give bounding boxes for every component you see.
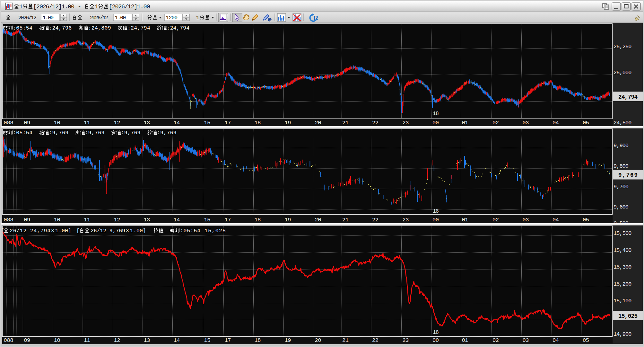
svg-text:03: 03 <box>523 217 529 223</box>
svg-text:14,900: 14,900 <box>614 331 631 337</box>
svg-text:17: 17 <box>225 217 231 223</box>
svg-text:-: - <box>78 4 81 10</box>
svg-text:18: 18 <box>255 337 261 343</box>
svg-text:14: 14 <box>174 337 180 343</box>
svg-text:1.00: 1.00 <box>43 15 54 21</box>
svg-text::05:54: :05:54 <box>13 25 32 31</box>
svg-text:21: 21 <box>342 217 349 223</box>
svg-text:11: 11 <box>84 337 90 343</box>
svg-text:18: 18 <box>255 120 261 126</box>
svg-text::24,796: :24,796 <box>49 25 72 31</box>
svg-text:19: 19 <box>285 217 291 223</box>
svg-text:02: 02 <box>492 337 499 343</box>
svg-text:15: 15 <box>204 217 211 223</box>
svg-text:04: 04 <box>553 337 559 343</box>
svg-text:20: 20 <box>315 217 321 223</box>
svg-text::24,794: :24,794 <box>167 25 189 31</box>
svg-text:[: [ <box>76 228 80 234</box>
svg-text:15: 15 <box>204 120 211 126</box>
svg-text:18: 18 <box>433 208 439 214</box>
svg-text::05:54: :05:54 <box>180 228 200 234</box>
svg-text:11: 11 <box>84 217 90 223</box>
svg-text:03: 03 <box>523 337 529 343</box>
svg-text:088: 088 <box>4 120 13 126</box>
svg-text:1.00]: 1.00] <box>130 228 146 234</box>
svg-text:15,025: 15,025 <box>205 228 226 234</box>
svg-text:14: 14 <box>174 217 180 223</box>
svg-text:1: 1 <box>19 4 23 10</box>
svg-text:24,500: 24,500 <box>614 120 631 126</box>
svg-text:15,025: 15,025 <box>618 313 638 319</box>
svg-text:17: 17 <box>225 337 231 343</box>
svg-text:088: 088 <box>4 337 13 343</box>
svg-text::24,794: :24,794 <box>127 25 150 31</box>
svg-text:25,250: 25,250 <box>614 44 631 50</box>
svg-text:1: 1 <box>95 4 98 10</box>
svg-text:15,400: 15,400 <box>614 247 631 254</box>
svg-text:00: 00 <box>432 337 439 343</box>
svg-text:10: 10 <box>54 337 60 343</box>
svg-text:[2026/12]1.00: [2026/12]1.00 <box>109 4 150 10</box>
svg-text:23: 23 <box>403 337 409 343</box>
svg-text:00: 00 <box>432 217 439 223</box>
svg-text:01: 01 <box>462 217 468 223</box>
svg-text:09: 09 <box>24 337 30 343</box>
svg-text:×: × <box>126 228 129 234</box>
svg-text:12: 12 <box>114 217 120 223</box>
svg-text:2026/12: 2026/12 <box>18 15 37 21</box>
svg-text:19: 19 <box>285 337 291 343</box>
svg-text:02: 02 <box>492 217 499 223</box>
svg-text:15,300: 15,300 <box>614 264 631 270</box>
svg-text:17: 17 <box>225 120 231 126</box>
svg-text:9,600: 9,600 <box>614 204 629 210</box>
svg-text:9,800: 9,800 <box>614 163 629 169</box>
svg-text::9,769: :9,769 <box>49 130 68 136</box>
svg-text:26/12 24,794: 26/12 24,794 <box>10 228 50 234</box>
svg-text::05:54: :05:54 <box>13 130 32 136</box>
svg-text:25,000: 25,000 <box>614 70 631 76</box>
svg-text:15: 15 <box>204 337 211 343</box>
svg-text:10: 10 <box>54 120 60 126</box>
svg-text:[: [ <box>1 228 4 234</box>
svg-text:23: 23 <box>403 217 409 223</box>
svg-text:19: 19 <box>285 120 291 126</box>
svg-text:13: 13 <box>144 337 150 343</box>
svg-text:1.00]: 1.00] <box>55 228 71 234</box>
svg-text:10: 10 <box>54 217 60 223</box>
svg-text:R: R <box>314 14 318 21</box>
svg-text:00: 00 <box>432 120 439 126</box>
svg-text:1200: 1200 <box>166 15 178 21</box>
svg-text:05: 05 <box>583 120 589 126</box>
svg-text:20: 20 <box>315 120 321 126</box>
svg-text:×: × <box>51 228 54 234</box>
svg-text:04: 04 <box>553 120 559 126</box>
svg-text:18: 18 <box>255 217 261 223</box>
svg-text:13: 13 <box>144 217 150 223</box>
svg-text:9,700: 9,700 <box>614 184 629 190</box>
svg-text:15,200: 15,200 <box>614 281 631 287</box>
svg-text:2026/12: 2026/12 <box>90 15 108 21</box>
svg-text:18: 18 <box>433 329 439 335</box>
svg-text:9,769: 9,769 <box>618 172 638 178</box>
svg-text:03: 03 <box>523 120 529 126</box>
svg-text:04: 04 <box>553 217 559 223</box>
svg-text:1.00: 1.00 <box>115 15 126 21</box>
svg-text:-: - <box>73 228 76 234</box>
svg-text:01: 01 <box>462 337 468 343</box>
svg-text:05: 05 <box>583 217 589 223</box>
svg-text:13: 13 <box>144 120 150 126</box>
svg-text:26/12 9,769: 26/12 9,769 <box>91 228 125 234</box>
svg-text::9,769: :9,769 <box>85 130 104 136</box>
svg-text:09: 09 <box>24 217 30 223</box>
svg-text::9,769: :9,769 <box>121 130 141 136</box>
svg-text:21: 21 <box>342 120 349 126</box>
svg-text:24,794: 24,794 <box>618 94 638 100</box>
svg-text:02: 02 <box>492 120 499 126</box>
svg-text:18: 18 <box>433 111 439 117</box>
svg-text:09: 09 <box>24 120 30 126</box>
svg-text:15,100: 15,100 <box>614 298 631 304</box>
svg-text:01: 01 <box>462 120 468 126</box>
svg-text::9,769: :9,769 <box>157 130 177 136</box>
svg-text:22: 22 <box>372 217 379 223</box>
svg-text:9,900: 9,900 <box>614 143 629 149</box>
